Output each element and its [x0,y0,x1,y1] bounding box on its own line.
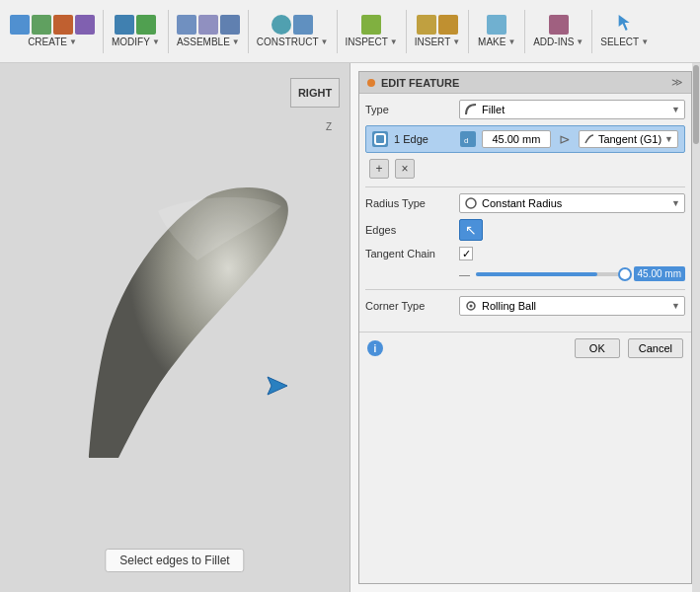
select-label: SELECT ▼ [600,37,649,47]
tangent-chain-row: Tangent Chain ✓ [365,247,685,260]
construct-icon-2 [293,15,313,35]
edges-label: Edges [365,224,459,236]
addins-icons [549,15,569,35]
radius-type-select[interactable]: Constant Radius ▼ [459,193,685,213]
svg-point-3 [466,198,476,208]
edge-dim-icon: d [463,134,473,144]
select-icon-1 [615,15,635,35]
construct-icon-1 [272,15,291,35]
axis-label: Z [326,121,332,132]
edges-row: Edges ↖ [365,219,685,241]
toolbar-group-insert[interactable]: INSERT ▼ [409,11,466,51]
section-separator-1 [365,186,685,187]
dialog-expand-btn[interactable]: ≫ [671,76,683,89]
slider-row: — 45.00 mm [365,266,685,281]
type-value-text: Fillet [482,104,505,115]
right-panel: EDIT FEATURE ≫ Type Fillet ▼ [350,63,700,592]
assemble-arrow: ▼ [232,37,240,46]
create-icon-1 [10,15,30,35]
view-right-label: RIGHT [298,87,332,99]
dialog-title: EDIT FEATURE [381,77,459,89]
shape-svg [79,182,296,468]
selector-cursor-icon: ↖ [465,222,477,238]
edge-distance-input[interactable] [482,130,551,148]
sep-1 [103,10,104,53]
remove-btn[interactable]: × [395,159,415,179]
sep-5 [406,10,407,53]
toolbar-group-inspect[interactable]: INSPECT ▼ [340,11,404,51]
type-label: Type [365,104,459,115]
radius-type-label: Radius Type [365,197,459,209]
edge-shape-icon [374,133,386,145]
edit-feature-dialog: EDIT FEATURE ≫ Type Fillet ▼ [358,71,692,584]
select-arrow: ▼ [641,37,649,46]
add-remove-row: + × [365,159,685,179]
tangent-select-arrow: ▼ [664,134,673,144]
corner-type-value-text: Rolling Ball [482,300,536,312]
section-separator-2 [365,289,685,290]
modify-icon-2 [136,15,156,35]
tangent-chain-checkbox[interactable]: ✓ [459,247,473,260]
3d-shape [79,182,296,468]
edge-mm-icon: d [460,131,476,147]
add-btn-label: + [375,162,382,176]
info-icon: i [367,340,383,356]
inspect-icon-1 [361,15,381,35]
toolbar-group-create[interactable]: CREATE ▼ [4,11,101,51]
create-icons [10,15,95,35]
modify-icon-1 [115,15,134,35]
assemble-icon-2 [198,15,218,35]
svg-point-5 [470,305,473,308]
make-icons [487,15,506,35]
right-scrollbar[interactable] [692,63,700,592]
create-arrow: ▼ [69,37,77,46]
rolling-ball-icon [464,299,478,313]
tangent-select[interactable]: Tangent (G1) ▼ [579,130,678,148]
insert-arrow: ▼ [452,37,460,46]
type-value-area: Fillet ▼ [459,100,685,119]
insert-icon-1 [417,15,436,35]
assemble-icon-1 [177,15,196,35]
scroll-thumb[interactable] [693,65,699,144]
view-right-face[interactable]: RIGHT [290,78,340,108]
toolbar-group-modify[interactable]: MODIFY ▼ [106,11,166,51]
dialog-body: Type Fillet ▼ [359,94,691,328]
radius-type-arrow: ▼ [671,198,680,208]
modify-label: MODIFY ▼ [112,37,160,47]
view-cube[interactable]: RIGHT Z [280,73,340,132]
edges-selector-btn[interactable]: ↖ [459,219,483,241]
toolbar-group-addins[interactable]: ADD-INS ▼ [527,11,589,51]
viewport[interactable]: RIGHT Z Select edges to Fillet [0,63,350,592]
type-row: Type Fillet ▼ [365,100,685,119]
edge-split-btn[interactable]: ⊳ [559,131,571,147]
ok-button[interactable]: OK [575,338,620,358]
addins-arrow: ▼ [576,37,583,46]
sep-3 [248,10,249,53]
type-select[interactable]: Fillet ▼ [459,100,685,119]
status-text: Select edges to Fillet [119,554,229,567]
slider-track[interactable] [476,272,628,276]
toolbar: CREATE ▼ MODIFY ▼ ASSEMBLE ▼ [0,0,700,63]
dialog-footer: i OK Cancel [359,332,691,364]
edge-row[interactable]: 1 Edge d ⊳ Tangent (G1) ▼ [365,125,685,153]
toolbar-group-assemble[interactable]: ASSEMBLE ▼ [171,11,246,51]
modify-icons [115,15,156,35]
edge-label: 1 Edge [394,133,454,145]
type-select-arrow: ▼ [671,105,680,114]
slider-value-text: 45.00 mm [638,268,681,279]
construct-icons [272,15,313,35]
corner-type-select[interactable]: Rolling Ball ▼ [459,296,685,316]
make-icon-1 [487,15,506,35]
corner-type-arrow: ▼ [671,301,680,311]
sep-8 [591,10,592,53]
toolbar-group-select[interactable]: SELECT ▼ [594,11,655,51]
svg-marker-0 [268,377,287,395]
dialog-title-area: EDIT FEATURE [367,77,459,89]
toolbar-group-construct[interactable]: CONSTRUCT ▼ [251,11,335,51]
cancel-button[interactable]: Cancel [628,338,683,358]
insert-icons [417,15,458,35]
add-btn[interactable]: + [369,159,389,179]
slider-thumb[interactable] [618,267,632,281]
toolbar-group-make[interactable]: MAKE ▼ [471,11,522,51]
slider-value-display: 45.00 mm [634,266,685,281]
